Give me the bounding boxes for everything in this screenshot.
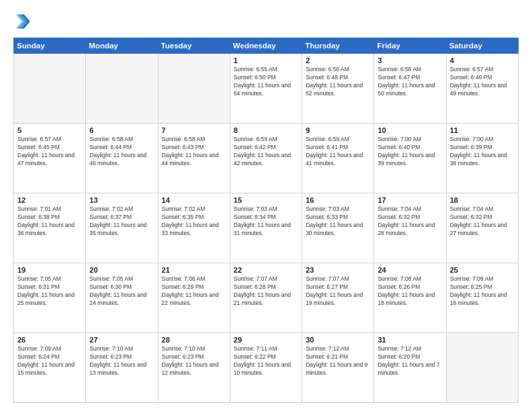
cell-info: Sunrise: 6:58 AMSunset: 6:43 PMDaylight:… <box>162 136 226 168</box>
day-number: 3 <box>378 56 442 64</box>
day-number: 21 <box>162 266 226 274</box>
day-number: 2 <box>306 56 370 64</box>
calendar-cell: 26Sunrise: 7:09 AMSunset: 6:24 PMDayligh… <box>14 333 86 403</box>
day-number: 22 <box>234 266 298 274</box>
calendar-cell: 12Sunrise: 7:01 AMSunset: 6:38 PMDayligh… <box>14 193 86 263</box>
cell-info: Sunrise: 7:11 AMSunset: 6:22 PMDaylight:… <box>234 345 298 377</box>
cell-info: Sunrise: 7:07 AMSunset: 6:28 PMDaylight:… <box>234 275 298 308</box>
day-number: 14 <box>162 196 226 204</box>
day-number: 23 <box>306 266 370 274</box>
day-number: 7 <box>162 126 226 134</box>
calendar-cell: 10Sunrise: 7:00 AMSunset: 6:40 PMDayligh… <box>374 124 446 193</box>
day-number: 24 <box>378 266 442 274</box>
day-number: 4 <box>450 56 515 64</box>
cell-info: Sunrise: 6:59 AMSunset: 6:42 PMDaylight:… <box>234 136 298 168</box>
cell-info: Sunrise: 7:04 AMSunset: 6:32 PMDaylight:… <box>450 205 515 238</box>
calendar-cell <box>446 333 518 403</box>
calendar-cell: 9Sunrise: 6:59 AMSunset: 6:41 PMDaylight… <box>302 124 374 193</box>
cell-info: Sunrise: 6:55 AMSunset: 6:50 PMDaylight:… <box>234 66 298 98</box>
day-number: 16 <box>306 196 370 204</box>
cell-info: Sunrise: 7:00 AMSunset: 6:39 PMDaylight:… <box>450 136 515 168</box>
cell-info: Sunrise: 7:08 AMSunset: 6:26 PMDaylight:… <box>378 275 442 308</box>
day-header-sunday: Sunday <box>14 38 86 54</box>
calendar-cell <box>14 54 86 124</box>
day-header-tuesday: Tuesday <box>158 38 230 54</box>
day-number: 20 <box>89 266 154 274</box>
calendar-cell: 30Sunrise: 7:12 AMSunset: 6:21 PMDayligh… <box>302 333 374 403</box>
calendar-cell: 19Sunrise: 7:05 AMSunset: 6:31 PMDayligh… <box>14 263 86 333</box>
cell-info: Sunrise: 7:12 AMSunset: 6:21 PMDaylight:… <box>306 345 370 377</box>
calendar-cell: 11Sunrise: 7:00 AMSunset: 6:39 PMDayligh… <box>446 124 518 193</box>
day-number: 18 <box>450 196 515 204</box>
cell-info: Sunrise: 7:03 AMSunset: 6:34 PMDaylight:… <box>234 205 298 238</box>
calendar-cell: 5Sunrise: 6:57 AMSunset: 6:45 PMDaylight… <box>14 124 86 193</box>
page: SundayMondayTuesdayWednesdayThursdayFrid… <box>0 0 532 411</box>
calendar-cell: 28Sunrise: 7:10 AMSunset: 6:23 PMDayligh… <box>158 333 230 403</box>
calendar-cell: 17Sunrise: 7:04 AMSunset: 6:32 PMDayligh… <box>374 193 446 263</box>
calendar-header-row: SundayMondayTuesdayWednesdayThursdayFrid… <box>14 38 519 54</box>
cell-info: Sunrise: 6:57 AMSunset: 6:45 PMDaylight:… <box>17 136 82 168</box>
day-header-saturday: Saturday <box>446 38 518 54</box>
day-number: 28 <box>162 336 226 344</box>
calendar-cell: 4Sunrise: 6:57 AMSunset: 6:46 PMDaylight… <box>446 54 518 124</box>
day-number: 9 <box>306 126 370 134</box>
calendar-week-row: 12Sunrise: 7:01 AMSunset: 6:38 PMDayligh… <box>14 193 519 263</box>
cell-info: Sunrise: 7:10 AMSunset: 6:23 PMDaylight:… <box>89 345 154 377</box>
day-number: 27 <box>89 336 154 344</box>
cell-info: Sunrise: 7:02 AMSunset: 6:35 PMDaylight:… <box>162 205 226 238</box>
calendar-week-row: 5Sunrise: 6:57 AMSunset: 6:45 PMDaylight… <box>14 124 519 193</box>
day-number: 13 <box>89 196 154 204</box>
day-number: 26 <box>17 336 82 344</box>
header <box>13 12 519 31</box>
cell-info: Sunrise: 6:58 AMSunset: 6:44 PMDaylight:… <box>89 136 154 168</box>
cell-info: Sunrise: 7:03 AMSunset: 6:33 PMDaylight:… <box>306 205 370 238</box>
day-number: 6 <box>89 126 154 134</box>
cell-info: Sunrise: 6:56 AMSunset: 6:48 PMDaylight:… <box>306 66 370 98</box>
calendar-cell: 18Sunrise: 7:04 AMSunset: 6:32 PMDayligh… <box>446 193 518 263</box>
calendar-week-row: 1Sunrise: 6:55 AMSunset: 6:50 PMDaylight… <box>14 54 519 124</box>
calendar-cell <box>158 54 230 124</box>
day-number: 30 <box>306 336 370 344</box>
cell-info: Sunrise: 7:07 AMSunset: 6:27 PMDaylight:… <box>306 275 370 308</box>
cell-info: Sunrise: 6:56 AMSunset: 6:47 PMDaylight:… <box>378 66 442 98</box>
calendar-cell: 2Sunrise: 6:56 AMSunset: 6:48 PMDaylight… <box>302 54 374 124</box>
cell-info: Sunrise: 6:57 AMSunset: 6:46 PMDaylight:… <box>450 66 515 98</box>
cell-info: Sunrise: 7:01 AMSunset: 6:38 PMDaylight:… <box>17 205 82 238</box>
calendar-cell: 31Sunrise: 7:12 AMSunset: 6:20 PMDayligh… <box>374 333 446 403</box>
cell-info: Sunrise: 7:05 AMSunset: 6:31 PMDaylight:… <box>17 275 82 308</box>
calendar-cell: 21Sunrise: 7:06 AMSunset: 6:29 PMDayligh… <box>158 263 230 333</box>
day-number: 15 <box>234 196 298 204</box>
calendar-cell: 23Sunrise: 7:07 AMSunset: 6:27 PMDayligh… <box>302 263 374 333</box>
calendar-cell: 6Sunrise: 6:58 AMSunset: 6:44 PMDaylight… <box>86 124 158 193</box>
calendar-cell: 25Sunrise: 7:09 AMSunset: 6:25 PMDayligh… <box>446 263 518 333</box>
calendar-cell: 8Sunrise: 6:59 AMSunset: 6:42 PMDaylight… <box>230 124 302 193</box>
day-number: 1 <box>234 56 298 64</box>
calendar-cell: 27Sunrise: 7:10 AMSunset: 6:23 PMDayligh… <box>86 333 158 403</box>
calendar-table: SundayMondayTuesdayWednesdayThursdayFrid… <box>13 38 519 403</box>
logo-icon <box>13 12 32 31</box>
cell-info: Sunrise: 7:05 AMSunset: 6:30 PMDaylight:… <box>89 275 154 308</box>
calendar-cell: 1Sunrise: 6:55 AMSunset: 6:50 PMDaylight… <box>230 54 302 124</box>
calendar-cell: 22Sunrise: 7:07 AMSunset: 6:28 PMDayligh… <box>230 263 302 333</box>
day-header-thursday: Thursday <box>302 38 374 54</box>
calendar-cell: 14Sunrise: 7:02 AMSunset: 6:35 PMDayligh… <box>158 193 230 263</box>
day-number: 8 <box>234 126 298 134</box>
cell-info: Sunrise: 7:04 AMSunset: 6:32 PMDaylight:… <box>378 205 442 238</box>
day-number: 19 <box>17 266 82 274</box>
cell-info: Sunrise: 7:00 AMSunset: 6:40 PMDaylight:… <box>378 136 442 168</box>
day-number: 31 <box>378 336 442 344</box>
calendar-cell: 20Sunrise: 7:05 AMSunset: 6:30 PMDayligh… <box>86 263 158 333</box>
calendar-week-row: 19Sunrise: 7:05 AMSunset: 6:31 PMDayligh… <box>14 263 519 333</box>
day-number: 17 <box>378 196 442 204</box>
calendar-week-row: 26Sunrise: 7:09 AMSunset: 6:24 PMDayligh… <box>14 333 519 403</box>
day-header-friday: Friday <box>374 38 446 54</box>
cell-info: Sunrise: 7:09 AMSunset: 6:25 PMDaylight:… <box>450 275 515 308</box>
calendar-cell: 3Sunrise: 6:56 AMSunset: 6:47 PMDaylight… <box>374 54 446 124</box>
cell-info: Sunrise: 7:02 AMSunset: 6:37 PMDaylight:… <box>89 205 154 238</box>
calendar-cell: 16Sunrise: 7:03 AMSunset: 6:33 PMDayligh… <box>302 193 374 263</box>
calendar-cell: 13Sunrise: 7:02 AMSunset: 6:37 PMDayligh… <box>86 193 158 263</box>
cell-info: Sunrise: 7:10 AMSunset: 6:23 PMDaylight:… <box>162 345 226 377</box>
cell-info: Sunrise: 7:12 AMSunset: 6:20 PMDaylight:… <box>378 345 442 377</box>
cell-info: Sunrise: 7:06 AMSunset: 6:29 PMDaylight:… <box>162 275 226 308</box>
calendar-cell: 15Sunrise: 7:03 AMSunset: 6:34 PMDayligh… <box>230 193 302 263</box>
